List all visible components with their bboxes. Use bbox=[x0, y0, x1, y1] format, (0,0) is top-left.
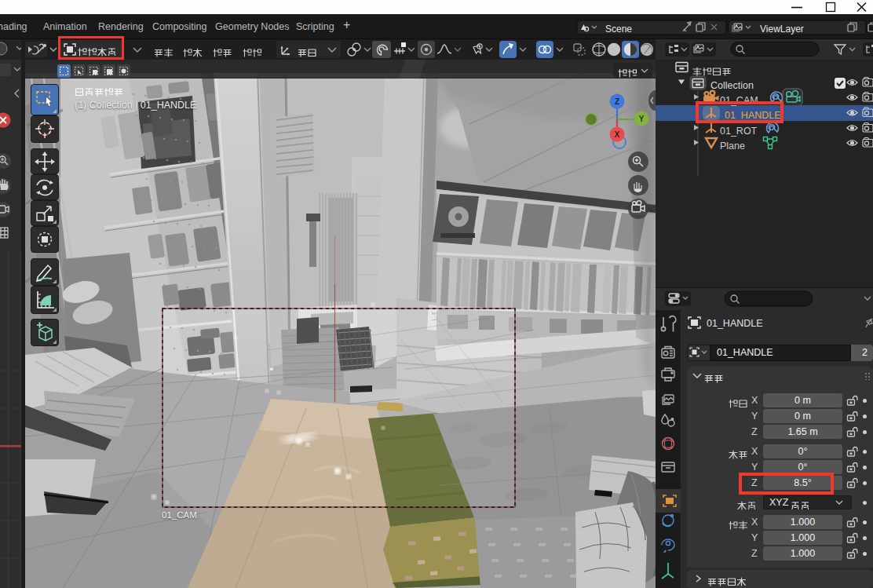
svg-text:X: X bbox=[615, 130, 620, 139]
svg-text:Y: Y bbox=[639, 115, 645, 123]
svg-text:Z: Z bbox=[615, 97, 619, 106]
